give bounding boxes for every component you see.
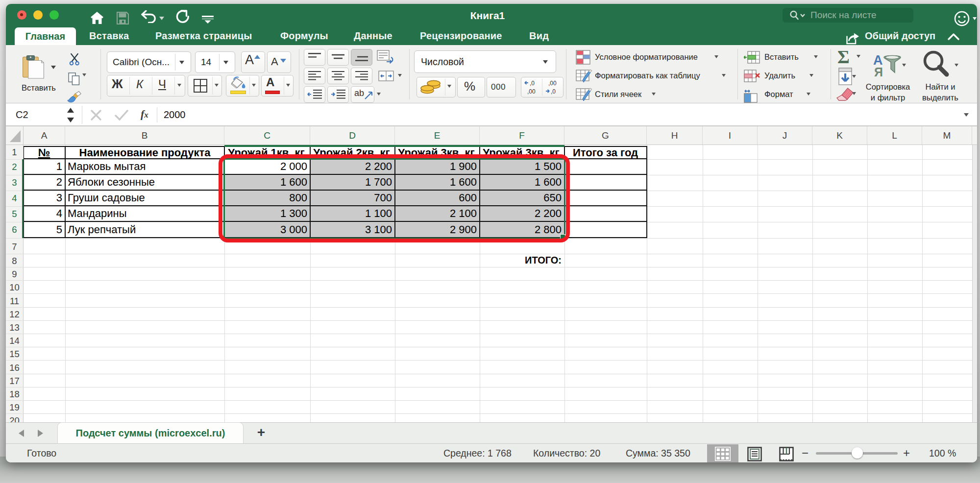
- svg-text:Я: Я: [874, 65, 883, 78]
- svg-text:,0: ,0: [551, 88, 556, 95]
- svg-text:,0: ,0: [530, 80, 535, 87]
- svg-text:,00: ,00: [527, 88, 536, 95]
- svg-text:,00: ,00: [548, 80, 557, 87]
